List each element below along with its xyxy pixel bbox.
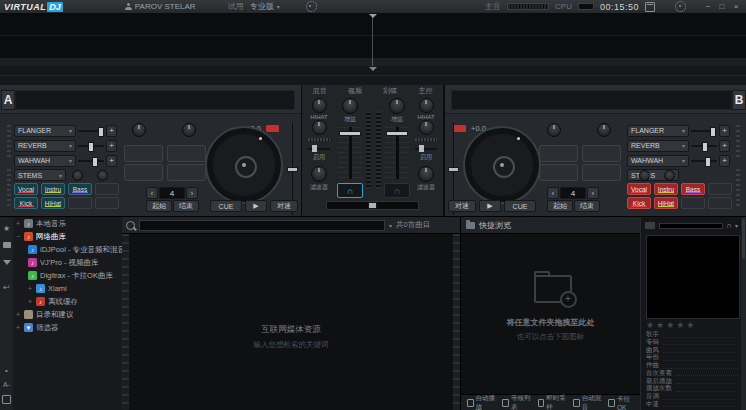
collapse-icon[interactable]: − [16,233,21,240]
stem-kick-button[interactable]: Kick [627,197,651,209]
loop-half-button[interactable]: ‹ [547,187,559,199]
right-fx-knob[interactable] [419,98,434,113]
fx-slot-3-select[interactable]: WAHWAH ▾ [14,155,76,167]
chevron-down-icon[interactable]: ▾ [389,222,392,229]
fx-slot-2-slider[interactable] [78,140,104,152]
font-size-icon[interactable]: A- [0,378,13,390]
stem-instru-button[interactable]: Instru [654,183,678,195]
stem-empty-pad[interactable] [681,197,705,209]
loop-length-value[interactable]: 4 [560,187,586,199]
fx-slot-1-slider[interactable] [691,125,717,137]
channel-1-headphone-button[interactable]: ∩ [337,183,363,198]
expand-icon[interactable]: + [28,298,33,305]
tree-item-offline-cache[interactable]: + ♪ 离线缓存 [13,295,122,308]
left-hihat-knob[interactable] [312,120,327,135]
fx-panel-grip[interactable] [7,125,11,159]
tree-item-filters[interactable]: + ▼ 筛选器 [13,321,122,334]
stem-vocal-button[interactable]: Vocal [627,183,651,195]
left-fx-knob[interactable] [312,98,327,113]
fx-slot-3-select[interactable]: WAHWAH ▾ [627,155,689,167]
performance-pad[interactable] [124,164,163,181]
grid-view-icon[interactable] [0,393,13,405]
fx-slot-1-activate-button[interactable]: + [719,125,730,137]
settings-gear-icon[interactable] [306,1,317,12]
cue-button[interactable]: CUE [210,200,242,212]
expand-icon[interactable]: + [16,220,21,227]
loop-half-button[interactable]: ‹ [146,187,158,199]
cue-button[interactable]: CUE [504,200,536,212]
play-button[interactable]: ▶ [245,200,267,212]
loop-in-button[interactable]: 起始 [547,200,573,212]
stem-empty-pad[interactable] [68,197,92,209]
performance-pad[interactable] [539,145,578,162]
stem-empty-pad[interactable] [708,183,732,195]
expand-icon[interactable]: + [16,311,21,318]
sync-button[interactable]: 对速 [270,200,298,212]
fx-slot-2-select[interactable]: REVERB ▾ [627,140,689,152]
loop-double-button[interactable]: › [587,187,599,199]
fx-slot-1-select[interactable]: FLANGER ▾ [14,125,76,137]
performance-pad[interactable] [582,145,621,162]
fx-slot-3-slider[interactable] [78,155,104,167]
waveform-display[interactable] [0,14,746,59]
stems-panel-grip[interactable] [736,169,740,207]
crossfader[interactable] [326,201,419,210]
right-hihat-knob[interactable] [419,120,434,135]
channel-2-gain-knob[interactable] [389,98,405,114]
pad-param-knob-1[interactable] [547,123,561,137]
stems-knob-1[interactable] [72,170,83,181]
stem-empty-pad[interactable] [708,197,732,209]
channel-1-volume-fader[interactable] [338,127,362,179]
mixer-tab-2[interactable]: 视频 [348,86,362,96]
chevron-down-icon[interactable]: ▾ [735,222,738,229]
search-input[interactable] [139,220,385,231]
channel-2-headphone-button[interactable]: ∩ [384,183,410,198]
minimize-button[interactable]: − [702,2,714,12]
fx-slot-2-select[interactable]: REVERB ▾ [14,140,76,152]
stems-knob-2[interactable] [664,170,675,181]
fx-panel-grip[interactable] [736,125,740,159]
loop-out-button[interactable]: 结束 [173,200,199,212]
stem-instru-button[interactable]: Instru [41,183,65,195]
performance-pad[interactable] [167,164,206,181]
track-list[interactable]: 互联网媒体资源 输入您想检索的关键词 [129,234,453,410]
pad-param-knob-2[interactable] [597,123,611,137]
back-arrow-icon[interactable]: ↩ [0,281,13,293]
fx-slot-3-slider[interactable] [691,155,717,167]
crossfader-handle[interactable] [368,202,377,209]
prelisten-play-button[interactable] [644,221,656,230]
prelisten-progress[interactable] [659,223,723,229]
album-art[interactable] [646,235,740,319]
loop-length-value[interactable]: 4 [159,187,185,199]
close-button[interactable]: × [730,2,742,12]
stem-bass-button[interactable]: Bass [681,183,705,195]
play-button[interactable]: ▶ [479,200,501,212]
right-mini-slider[interactable] [415,145,437,152]
tree-item-idjpool[interactable]: ♪ iDJPool - 专业音频和混音 [13,243,122,256]
calendar-icon[interactable] [645,2,655,12]
mixer-tab-3[interactable]: 刮碟 [383,86,397,96]
stem-empty-pad[interactable] [95,197,119,209]
stems-select[interactable]: STEMS ▾ [14,169,66,181]
drop-folder-icon[interactable]: + [534,275,572,303]
tree-item-xiami[interactable]: + ♪ Xiami [13,282,122,295]
tree-item-vjpro[interactable]: ♪ VJ'Pro - 视频曲库 [13,256,122,269]
loop-in-button[interactable]: 起始 [146,200,172,212]
loop-out-button[interactable]: 结束 [574,200,600,212]
fader-handle[interactable] [339,131,361,136]
user-account-button[interactable]: PAROV STELAR [125,2,196,11]
stems-knob-2[interactable] [97,170,108,181]
right-panel-handle[interactable] [453,234,460,410]
stems-panel-grip[interactable] [7,169,11,207]
tree-item-local-music[interactable]: + ♪ 本地音乐 [13,217,122,230]
fx-slot-1-slider[interactable] [78,125,104,137]
config-gear-icon[interactable] [675,1,686,12]
toolbar-automix-toggle[interactable]: 自动混音 [573,394,601,410]
fx-slot-3-activate-button[interactable]: + [106,155,117,167]
expand-icon[interactable]: + [28,285,33,292]
scrollbar-thumb[interactable] [742,219,745,259]
stem-vocal-button[interactable]: Vocal [14,183,38,195]
toolbar-sampler-toggle[interactable]: 即时采样 [538,394,566,410]
favorites-star-icon[interactable]: ★ [0,222,13,234]
channel-1-gain-knob[interactable] [342,98,358,114]
